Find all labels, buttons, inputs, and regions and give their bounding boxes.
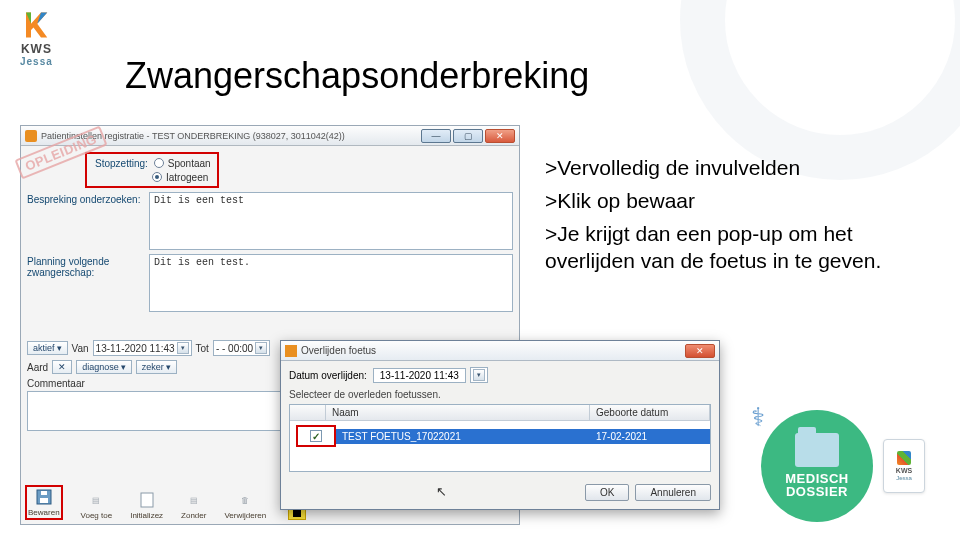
- instruction-text: >Vervolledig de invulvelden >Klik op bew…: [545, 155, 940, 281]
- radio-iatrogeen[interactable]: [152, 172, 162, 182]
- radio-iatrogeen-label: Iatrogeen: [166, 172, 208, 183]
- instruction-line-1: >Vervolledig de invulvelden: [545, 155, 940, 182]
- diagnose-dropdown[interactable]: diagnose▾: [76, 360, 132, 374]
- bespreking-label: Bespreking onderzoeken:: [27, 192, 149, 205]
- zonder-button[interactable]: ▤ Zonder: [181, 491, 206, 520]
- tot-label: Tot: [196, 343, 209, 354]
- popup-titlebar: Overlijden foetus ✕: [281, 341, 719, 361]
- decor-circle: [680, 0, 960, 180]
- trash-icon: 🗑: [236, 491, 254, 509]
- checkbox-highlight: ✓: [296, 425, 336, 447]
- header: KWS Jessa: [20, 10, 77, 67]
- app-icon: [25, 130, 37, 142]
- stopzetting-highlight: Stopzetting: Spontaan Iatrogeen: [85, 152, 219, 188]
- col-naam: Naam: [326, 405, 590, 420]
- row-date: 17-02-2021: [590, 429, 710, 444]
- medisch-dossier-badge: ⚕ MEDISCH DOSSIER: [761, 410, 873, 522]
- aard-label: Aard: [27, 362, 48, 373]
- datum-input[interactable]: 13-11-2020 11:43: [373, 368, 466, 383]
- minimize-button[interactable]: —: [421, 129, 451, 143]
- ok-button[interactable]: OK: [585, 484, 629, 501]
- annuleren-button[interactable]: Annuleren: [635, 484, 711, 501]
- row-checkbox[interactable]: ✓: [310, 430, 322, 442]
- stopzetting-label: Stopzetting:: [95, 158, 148, 169]
- verwijderen-button[interactable]: 🗑 Verwijderen: [224, 491, 266, 520]
- page-title: Zwangerschapsonderbreking: [125, 55, 589, 97]
- popup-icon: [285, 345, 297, 357]
- doc-icon: [138, 491, 156, 509]
- voegtoe-button[interactable]: ▤ Voeg toe: [81, 491, 113, 520]
- aktief-dropdown[interactable]: aktief▾: [27, 341, 68, 355]
- planning-textarea[interactable]: Dit is een test.: [149, 254, 513, 312]
- initializez-button[interactable]: Initializez: [130, 491, 163, 520]
- caduceus-icon: ⚕: [751, 402, 765, 433]
- selecteer-label: Selecteer de overleden foetussen.: [289, 389, 711, 400]
- popup-close-button[interactable]: ✕: [685, 344, 715, 358]
- radio-spontaan[interactable]: [154, 158, 164, 168]
- datum-label: Datum overlijden:: [289, 370, 367, 381]
- table-row[interactable]: TEST FOETUS_17022021 17-02-2021: [336, 429, 710, 444]
- mini-jessa-txt: Jessa: [896, 475, 912, 481]
- voegtoe-icon: ▤: [87, 491, 105, 509]
- svg-rect-1: [40, 498, 48, 503]
- aard-clear[interactable]: ✕: [52, 360, 72, 374]
- mini-kws-txt: KWS: [896, 467, 912, 474]
- van-label: Van: [72, 343, 89, 354]
- svg-rect-2: [41, 491, 47, 495]
- logo-line1: KWS: [20, 42, 53, 56]
- overlijden-popup: Overlijden foetus ✕ Datum overlijden: 13…: [280, 340, 720, 510]
- cursor-icon: ↖: [436, 484, 447, 499]
- radio-spontaan-label: Spontaan: [168, 158, 211, 169]
- bottom-toolbar: Bewaren ▤ Voeg toe Initializez ▤ Zonder …: [25, 485, 306, 520]
- bespreking-textarea[interactable]: Dit is een test: [149, 192, 513, 250]
- folder-icon: [795, 433, 839, 467]
- save-icon: [35, 488, 53, 506]
- datum-picker-button[interactable]: ▾: [470, 367, 488, 383]
- instruction-line-3: >Je krijgt dan een pop-up om het overlij…: [545, 221, 940, 275]
- tot-datepicker[interactable]: - - 00:00▾: [213, 340, 270, 356]
- popup-title: Overlijden foetus: [301, 345, 685, 356]
- mini-kws-card: KWS Jessa: [883, 439, 925, 493]
- bewaren-button[interactable]: Bewaren: [25, 485, 63, 520]
- maximize-button[interactable]: ▢: [453, 129, 483, 143]
- badge-group: ⚕ MEDISCH DOSSIER KWS Jessa: [761, 410, 925, 522]
- row-naam: TEST FOETUS_17022021: [336, 429, 590, 444]
- svg-rect-4: [285, 345, 297, 357]
- close-button[interactable]: ✕: [485, 129, 515, 143]
- instruction-line-2: >Klik op bewaar: [545, 188, 940, 215]
- mini-kws-icon: [897, 451, 911, 465]
- kws-logo-icon: [21, 10, 51, 40]
- svg-rect-3: [141, 493, 153, 507]
- zeker-dropdown[interactable]: zeker▾: [136, 360, 177, 374]
- logo-line2: Jessa: [20, 56, 53, 67]
- logo-block: KWS Jessa: [20, 10, 53, 67]
- foetus-table: Naam Geboorte datum ✓ TEST FOETUS_170220…: [289, 404, 711, 472]
- table-header: Naam Geboorte datum: [290, 405, 710, 421]
- zonder-icon: ▤: [185, 491, 203, 509]
- planning-label: Planning volgende zwangerschap:: [27, 254, 149, 278]
- van-datepicker[interactable]: 13-11-2020 11:43▾: [93, 340, 192, 356]
- col-geboortedatum: Geboorte datum: [590, 405, 710, 420]
- badge-line2: DOSSIER: [786, 484, 848, 499]
